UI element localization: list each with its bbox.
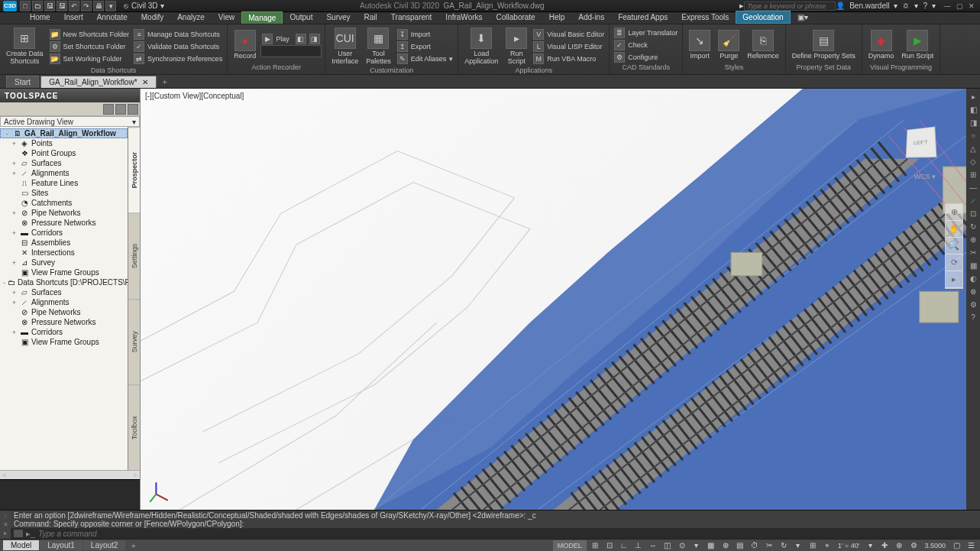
wcs-dropdown[interactable]: WCS ▾ — [914, 173, 936, 180]
pan-icon[interactable]: ✋ — [946, 221, 962, 238]
tab-geolocation[interactable]: Geolocation — [736, 11, 790, 24]
doc-tab-start[interactable]: Start — [6, 76, 39, 88]
zoom-icon[interactable]: 🔍 — [946, 238, 962, 254]
create-data-shortcuts-button[interactable]: ⊞ Create Data Shortcuts — [3, 26, 47, 66]
manage-data-shortcuts-button[interactable]: ≡Manage Data Shortcuts — [132, 28, 224, 41]
qat-new-icon[interactable]: □ — [20, 1, 31, 11]
tab-transparent[interactable]: Transparent — [384, 11, 439, 24]
maximize-button[interactable]: ▢ — [954, 2, 965, 11]
user-name[interactable]: Ben.wardell — [849, 2, 889, 10]
layer-translator-button[interactable]: ≣Layer Translator — [613, 27, 679, 39]
new-shortcuts-folder-button[interactable]: 📁New Shortcuts Folder — [48, 28, 131, 41]
tree-node[interactable]: +▱Surfaces — [0, 158, 128, 168]
qat-dropdown-icon[interactable]: ▾ — [105, 1, 116, 11]
import-styles-button[interactable]: ↘Import — [686, 28, 713, 61]
status-customize-icon[interactable]: ☰ — [965, 540, 977, 551]
add-layout-button[interactable]: + — [126, 541, 140, 550]
tool-btn-help-icon[interactable] — [128, 104, 138, 115]
tool-icon[interactable]: ⊗ — [966, 285, 980, 297]
tree-node[interactable]: ⊘Pipe Networks — [0, 307, 128, 317]
option-icon[interactable]: ◨ — [309, 34, 320, 44]
tab-manage[interactable]: Manage — [241, 11, 283, 24]
tree-node[interactable]: +⟋Alignments — [0, 168, 128, 178]
tree-node[interactable]: +▱Surfaces — [0, 287, 128, 297]
tree-node[interactable]: ❖Point Groups — [0, 148, 128, 158]
tool-icon[interactable]: ◇ — [966, 155, 980, 167]
tool-icon[interactable]: ⊕ — [966, 233, 980, 245]
tab-rail[interactable]: Rail — [357, 11, 384, 24]
status-decimal[interactable]: 3.5000 — [922, 540, 948, 551]
status-icon[interactable]: ▾ — [792, 540, 804, 551]
import-button[interactable]: ↧Import — [396, 28, 455, 41]
tool-icon[interactable]: ◨ — [966, 116, 980, 128]
configure-button[interactable]: ⚙Configure — [613, 51, 679, 63]
status-icon[interactable]: ⊞ — [807, 540, 819, 551]
expand-icon[interactable]: + — [11, 209, 18, 217]
viewport-canvas[interactable]: LEFT WCS ▾ ⊕ ✋ 🔍 ⟳ ▸ — [141, 89, 966, 510]
tool-icon[interactable]: ◧ — [966, 103, 980, 115]
doc-tab-workflow[interactable]: GA_Rail_Align_Workflow*✕ — [40, 76, 156, 88]
tree-node[interactable]: ⊗Pressure Networks — [0, 317, 128, 327]
minimize-button[interactable]: — — [942, 2, 953, 11]
expand-icon[interactable]: + — [11, 289, 18, 297]
view-dropdown[interactable]: Active Drawing View▾ — [0, 116, 140, 127]
tool-icon[interactable]: ◐ — [966, 272, 980, 284]
run-vba-macro-button[interactable]: MRun VBA Macro — [532, 53, 606, 65]
tool-icon[interactable]: ⊡ — [966, 207, 980, 219]
tab-survey[interactable]: Survey — [319, 11, 357, 24]
status-icon[interactable]: ⌖ — [821, 540, 833, 551]
tool-palettes-button[interactable]: ▦Tool Palettes — [363, 26, 394, 66]
option-icon[interactable]: ◧ — [296, 34, 306, 44]
tool-btn-icon[interactable] — [115, 104, 126, 115]
tool-icon[interactable]: ✂ — [966, 246, 980, 258]
orbit-icon[interactable]: ⟳ — [946, 254, 962, 271]
tool-icon[interactable]: ↻ — [966, 220, 980, 232]
synchronize-references-button[interactable]: ⇄Synchronize References — [132, 53, 224, 65]
status-grid-icon[interactable]: ⊞ — [589, 540, 601, 551]
side-tab-prospector[interactable]: Prospector — [128, 127, 140, 212]
tool-btn-icon[interactable] — [103, 104, 114, 115]
qat-undo-icon[interactable]: ↶ — [69, 1, 79, 11]
viewport-label[interactable]: [-][Custom View][Conceptual] — [145, 92, 244, 100]
workspace-dropdown[interactable]: ⎋ Civil 3D ▾ — [124, 2, 164, 10]
tree-node[interactable]: ⊗Pressure Networks — [0, 218, 128, 228]
vlisp-editor-button[interactable]: LVisual LISP Editor — [532, 41, 606, 53]
status-icon[interactable]: ⊕ — [893, 540, 905, 551]
tree-node[interactable]: +⊘Pipe Networks — [0, 208, 128, 218]
status-icon[interactable]: ▢ — [950, 540, 962, 551]
side-tab-settings[interactable]: Settings — [128, 212, 140, 298]
qat-redo-icon[interactable]: ↷ — [81, 1, 92, 11]
chevron-down-icon[interactable]: ▾ — [914, 2, 918, 10]
tab-featured-apps[interactable]: Featured Apps — [611, 11, 674, 24]
layout-tab-2[interactable]: Layout2 — [83, 540, 126, 550]
tab-output[interactable]: Output — [283, 11, 319, 24]
tool-icon[interactable]: ○ — [966, 129, 980, 141]
help-icon[interactable]: ? — [923, 2, 927, 10]
status-icon[interactable]: ⊙ — [676, 540, 688, 551]
layout-tab-model[interactable]: Model — [3, 540, 39, 550]
status-icon[interactable]: ◫ — [661, 540, 674, 551]
tab-view[interactable]: View — [212, 11, 242, 24]
purge-styles-button[interactable]: 🧹Purge — [715, 28, 742, 61]
edit-aliases-button[interactable]: ✎Edit Aliases▾ — [396, 53, 455, 65]
tab-overflow-icon[interactable]: ▣▾ — [791, 11, 815, 24]
fullnav-icon[interactable]: ⊕ — [946, 204, 962, 221]
chevron-down-icon[interactable]: ▾ — [932, 2, 936, 10]
status-icon[interactable]: ✚ — [878, 540, 891, 551]
tool-icon[interactable]: ⟋ — [966, 194, 980, 206]
dynamo-button[interactable]: ◆Dynamo — [865, 28, 898, 61]
tree-node[interactable]: +⟋Alignments — [0, 297, 128, 307]
panel-title[interactable]: Applications — [461, 66, 606, 74]
tab-annotate[interactable]: Annotate — [90, 11, 134, 24]
export-button[interactable]: ↥Export — [396, 41, 455, 53]
play-button[interactable]: ▶Play ◧ ◨ — [260, 33, 322, 45]
status-icon[interactable]: ▾ — [691, 540, 703, 551]
status-ortho-icon[interactable]: ∟ — [618, 540, 630, 551]
expand-icon[interactable]: + — [11, 329, 18, 336]
expand-icon[interactable]: - — [4, 130, 11, 138]
tab-modify[interactable]: Modify — [134, 11, 170, 24]
tab-collaborate[interactable]: Collaborate — [490, 11, 542, 24]
new-tab-button[interactable]: + — [158, 76, 172, 88]
toolspace-scrollbar[interactable]: ◀▶ — [0, 470, 140, 479]
tree-node[interactable]: +⊿Survey — [0, 258, 128, 267]
